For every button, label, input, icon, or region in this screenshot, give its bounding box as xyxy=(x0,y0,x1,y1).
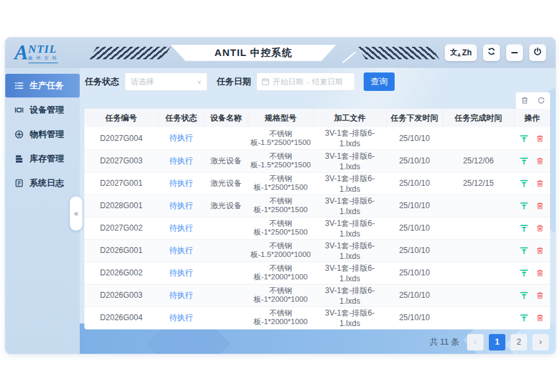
search-button[interactable]: 查询 xyxy=(364,72,395,91)
device-icon xyxy=(14,105,24,115)
sidebar: 生产任务 设备管理 物料管理 库存管理 xyxy=(5,68,80,354)
chevron-left-icon: ‹ xyxy=(474,337,477,347)
refresh-button[interactable] xyxy=(483,44,500,61)
table-row: D2027G001 待执行 激光设备 不锈钢板-1*2500*1500 3V-1… xyxy=(84,172,550,194)
delete-task-icon[interactable] xyxy=(536,179,544,188)
prev-page-button[interactable]: ‹ xyxy=(467,334,484,350)
minimize-button[interactable] xyxy=(506,44,523,61)
dispatch-task-icon[interactable] xyxy=(520,291,528,300)
translate-icon: 文A xyxy=(450,47,461,57)
table-header-row: 任务编号 任务状态 设备名称 规格型号 加工文件 任务下发时间 任务完成时间 操… xyxy=(84,109,550,127)
sidebar-item-system-log[interactable]: 系统日志 xyxy=(5,171,80,195)
issued-time-cell: 25/10/10 xyxy=(386,284,443,306)
completed-time-cell xyxy=(443,217,514,239)
titlebar: A NTIL 扬 州 安 特 ANTIL 中控系统 文A Zh xyxy=(5,38,555,68)
batch-delete-icon[interactable] xyxy=(520,96,529,105)
issued-time-cell: 25/10/10 xyxy=(386,150,443,172)
completed-time-cell xyxy=(443,306,514,329)
minimize-icon xyxy=(511,52,518,54)
task-status-cell: 待执行 xyxy=(158,284,204,306)
delete-task-icon[interactable] xyxy=(536,157,544,165)
left-stripes-decoration xyxy=(89,47,171,59)
title-accent-line xyxy=(342,51,356,63)
column-header-device-name: 设备名称 xyxy=(204,109,248,127)
process-file-cell: 3V-1套-排版6-1.lxds xyxy=(314,127,386,150)
total-count-label: 共 11 条 xyxy=(430,337,459,348)
actions-cell xyxy=(514,194,550,217)
process-file-cell: 3V-1套-排版6-1.lxds xyxy=(314,284,386,306)
sidebar-item-device-management[interactable]: 设备管理 xyxy=(5,98,80,122)
device-name-cell xyxy=(204,262,248,284)
process-file-cell: 3V-1套-排版6-1.lxds xyxy=(314,150,386,172)
delete-task-icon[interactable] xyxy=(536,291,544,300)
inventory-icon xyxy=(14,154,24,164)
spec-model-cell: 不锈钢板-1.5*2500*1500 xyxy=(248,150,314,172)
completed-time-cell: 25/12/15 xyxy=(443,172,514,194)
table-row: D2027G002 待执行 不锈钢板-1*2500*1500 3V-1套-排版6… xyxy=(84,217,550,239)
brand-letter: A xyxy=(14,43,28,63)
actions-cell xyxy=(514,284,550,306)
dispatch-task-icon[interactable] xyxy=(520,179,528,188)
actions-cell xyxy=(514,217,550,239)
delete-task-icon[interactable] xyxy=(536,246,544,255)
dispatch-task-icon[interactable] xyxy=(520,246,528,255)
dispatch-task-icon[interactable] xyxy=(520,269,528,277)
page-button-2[interactable]: 2 xyxy=(511,334,527,350)
completed-time-cell xyxy=(443,284,514,306)
sidebar-collapse-handle[interactable]: « xyxy=(70,196,82,231)
task-date-label: 任务日期 xyxy=(217,76,251,88)
process-file-cell: 3V-1套-排版6-1.lxds xyxy=(314,217,386,239)
delete-task-icon[interactable] xyxy=(536,269,544,277)
process-file-cell: 3V-1套-排版6-1.lxds xyxy=(314,239,386,262)
spec-model-cell: 不锈钢板-1.5*2500*1500 xyxy=(248,127,314,150)
delete-task-icon[interactable] xyxy=(536,134,544,143)
task-date-range-input[interactable]: 开始日期 - 结束日期 xyxy=(256,72,355,91)
log-icon xyxy=(14,179,24,188)
dispatch-task-icon[interactable] xyxy=(520,134,528,143)
date-range-separator: - xyxy=(306,78,309,86)
issued-time-cell: 25/10/10 xyxy=(386,262,443,284)
delete-task-icon[interactable] xyxy=(536,314,544,322)
issued-time-cell: 25/10/10 xyxy=(386,194,443,217)
task-status-cell: 待执行 xyxy=(158,262,204,284)
table-row: D2026G002 待执行 不锈钢板-1*2000*1000 3V-1套-排版6… xyxy=(84,262,550,284)
sidebar-item-production-tasks[interactable]: 生产任务 xyxy=(5,74,80,98)
task-status-select[interactable]: 请选择 ∨ xyxy=(125,72,208,91)
page-button-1[interactable]: 1 xyxy=(489,334,505,350)
task-id-cell: D2026G002 xyxy=(84,262,158,284)
completed-time-cell xyxy=(443,262,514,284)
completed-time-cell xyxy=(443,127,514,150)
column-header-actions: 操作 xyxy=(514,109,550,127)
sidebar-item-label: 库存管理 xyxy=(30,153,64,165)
device-name-cell xyxy=(204,239,248,262)
title-plate: ANTIL 中控系统 xyxy=(171,45,337,61)
sidebar-item-material-management[interactable]: 物料管理 xyxy=(5,123,80,146)
task-status-cell: 待执行 xyxy=(158,217,204,239)
completed-time-cell xyxy=(443,239,514,262)
completed-time-cell xyxy=(443,194,514,217)
actions-cell xyxy=(514,306,550,329)
next-page-button[interactable]: › xyxy=(532,334,549,350)
language-label: Zh xyxy=(462,48,472,57)
task-status-cell: 待执行 xyxy=(158,172,204,194)
issued-time-cell: 25/10/10 xyxy=(386,239,443,262)
task-id-cell: D2027G002 xyxy=(84,217,158,239)
sidebar-item-inventory-management[interactable]: 库存管理 xyxy=(5,147,80,171)
dispatch-task-icon[interactable] xyxy=(520,157,528,165)
task-id-cell: D2027G001 xyxy=(84,172,158,194)
delete-task-icon[interactable] xyxy=(536,202,544,210)
delete-task-icon[interactable] xyxy=(536,224,544,233)
dispatch-task-icon[interactable] xyxy=(520,202,528,210)
refresh-table-icon[interactable] xyxy=(537,96,546,105)
column-header-completed-time: 任务完成时间 xyxy=(443,109,514,127)
sidebar-menu: 生产任务 设备管理 物料管理 库存管理 xyxy=(5,68,80,196)
device-name-cell: 激光设备 xyxy=(204,194,248,217)
task-status-cell: 待执行 xyxy=(158,239,204,262)
power-button[interactable] xyxy=(529,44,546,61)
spec-model-cell: 不锈钢板-1*2000*1000 xyxy=(248,262,314,284)
dispatch-task-icon[interactable] xyxy=(520,314,528,322)
dispatch-task-icon[interactable] xyxy=(520,224,528,233)
language-switch-button[interactable]: 文A Zh xyxy=(445,44,477,61)
select-placeholder: 请选择 xyxy=(130,76,197,88)
brand-name: NTIL xyxy=(28,44,58,55)
